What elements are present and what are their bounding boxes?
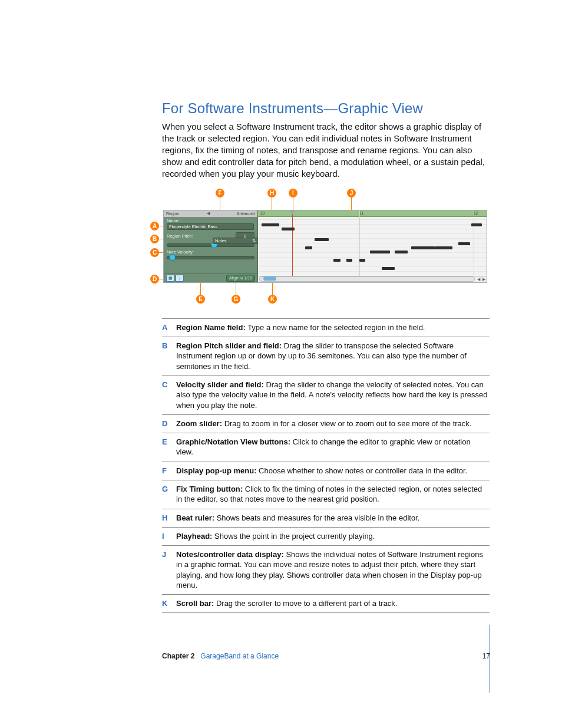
callout-badge-e: E (196, 295, 205, 304)
midi-note[interactable] (346, 259, 352, 262)
callout-badge-d: D (150, 275, 159, 284)
updown-icon: ⇅ (252, 238, 256, 243)
playhead[interactable] (292, 210, 293, 282)
chapter-name: GarageBand at a Glance (200, 652, 279, 660)
page-number: 17 (482, 652, 490, 660)
chapter-label: Chapter 2 (162, 652, 194, 660)
midi-note[interactable] (435, 246, 452, 249)
definition-letter: G (162, 484, 176, 505)
definition-letter: H (162, 513, 176, 523)
callout-badge-h: H (267, 189, 276, 197)
section-heading: For Software Instruments—Graphic View (162, 100, 490, 117)
callout-badge-j: J (347, 189, 356, 197)
definition-row: D Zoom slider: Drag to zoom in for a clo… (162, 414, 490, 433)
callout-line (272, 282, 273, 295)
definition-letter: D (162, 419, 176, 429)
editor-left-panel: Region ◀ Advanced Name: Fingerstyle Elec… (164, 210, 258, 282)
midi-note[interactable] (333, 259, 340, 262)
definition-row: E Graphic/Notation View buttons: Click t… (162, 433, 490, 462)
page-edge-rule (490, 625, 490, 693)
definition-text: Type a new name for the selected region … (246, 323, 425, 332)
scroll-right-icon[interactable]: ▶ (481, 277, 487, 282)
horizontal-scrollbar[interactable]: ◀ ▶ (258, 276, 487, 282)
definition-row: H Beat ruler: Shows beats and measures f… (162, 509, 490, 527)
scroll-left-icon[interactable]: ◀ (476, 277, 481, 282)
scrollbar-thumb[interactable] (263, 276, 276, 281)
playhead-handle-icon[interactable] (289, 210, 295, 215)
midi-note[interactable] (382, 267, 395, 270)
definition-row: C Velocity slider and field: Drag the sl… (162, 375, 490, 414)
callout-badge-c: C (150, 248, 159, 257)
definition-term: Playhead: (176, 532, 212, 541)
ruler-tick: 10 (260, 210, 265, 216)
callout-line (236, 282, 236, 295)
midi-note[interactable] (370, 251, 390, 253)
definitions-list: A Region Name field: Type a new name for… (162, 318, 490, 614)
definition-row: F Display pop-up menu: Choose whether to… (162, 462, 490, 480)
definition-text: Shows the point in the project currently… (212, 532, 375, 541)
graphic-view-button[interactable]: ▦ (166, 275, 174, 282)
ruler-tick: 12 (474, 210, 478, 216)
display-popup-menu[interactable]: Notes ⇅ (213, 238, 259, 244)
disclosure-left-icon[interactable]: ◀ (207, 211, 210, 216)
definition-term: Region Pitch slider and field: (176, 341, 282, 350)
fix-timing-button[interactable]: Align to 1/16 (226, 275, 255, 282)
definition-letter: A (162, 322, 176, 332)
display-popup-value: Notes (215, 238, 227, 243)
piano-roll[interactable]: 10 11 12 (258, 210, 487, 282)
midi-note[interactable] (305, 246, 312, 249)
callout-badge-b: B (150, 235, 159, 243)
callout-badge-f: F (216, 189, 224, 197)
midi-note[interactable] (315, 238, 329, 241)
intro-paragraph: When you select a Software Instrument tr… (162, 121, 490, 180)
velocity-label: Note Velocity: (167, 249, 254, 255)
midi-note[interactable] (262, 223, 279, 226)
definition-letter: B (162, 341, 176, 371)
editor-figure: F H I J A B C D E G K Region ◀ Ad (158, 189, 488, 307)
midi-note[interactable] (282, 228, 295, 230)
midi-note[interactable] (411, 246, 435, 249)
definition-text: Shows beats and measures for the area vi… (214, 513, 419, 522)
definition-letter: C (162, 380, 176, 410)
callout-badge-i: I (289, 189, 297, 197)
velocity-slider[interactable] (167, 256, 254, 259)
panel-header-left: Region (166, 212, 179, 216)
callout-line (293, 197, 293, 210)
notation-view-button[interactable]: ♪ (176, 275, 184, 282)
ruler-tick: 11 (359, 210, 363, 216)
midi-note[interactable] (359, 259, 365, 262)
name-label: Name: (167, 218, 254, 223)
midi-note[interactable] (471, 223, 482, 226)
definition-term: Display pop-up menu: (176, 466, 257, 475)
callout-line (200, 282, 201, 295)
gridline (359, 210, 360, 282)
definition-letter: F (162, 466, 176, 476)
definition-letter: E (162, 437, 176, 457)
panel-header-right: Advanced (237, 212, 255, 216)
callout-badge-g: G (232, 295, 240, 304)
definition-term: Velocity slider and field: (176, 380, 264, 389)
velocity-slider-thumb[interactable] (169, 254, 176, 261)
definition-term: Beat ruler: (176, 513, 214, 522)
region-name-field[interactable]: Fingerstyle Electric Bass (167, 223, 254, 230)
definition-term: Zoom slider: (176, 419, 222, 428)
definition-row: J Notes/controller data display: Shows t… (162, 545, 490, 594)
callout-badge-k: K (268, 295, 277, 304)
definition-row: G Fix Timing button: Click to fix the ti… (162, 480, 490, 509)
scrollbar-track[interactable] (259, 276, 475, 282)
page-footer: Chapter 2 GarageBand at a Glance 17 (162, 652, 490, 660)
definition-row: A Region Name field: Type a new name for… (162, 318, 490, 337)
callout-badge-a: A (150, 222, 159, 230)
definition-text: Choose whether to show notes or controll… (257, 466, 468, 475)
midi-note[interactable] (458, 242, 470, 245)
midi-note[interactable] (395, 251, 408, 253)
definition-term: Graphic/Notation View buttons: (176, 437, 290, 446)
definition-term: Fix Timing button: (176, 485, 243, 493)
definition-row: K Scroll bar: Drag the scroller to move … (162, 594, 490, 613)
definition-text: Drag to zoom in for a closer view or to … (222, 419, 471, 428)
definition-letter: I (162, 531, 176, 541)
definition-text: Drag the scroller to move to a different… (214, 599, 397, 608)
definition-term: Notes/controller data display: (176, 550, 284, 559)
panel-header: Region ◀ Advanced (164, 210, 257, 218)
gridline (474, 210, 474, 282)
